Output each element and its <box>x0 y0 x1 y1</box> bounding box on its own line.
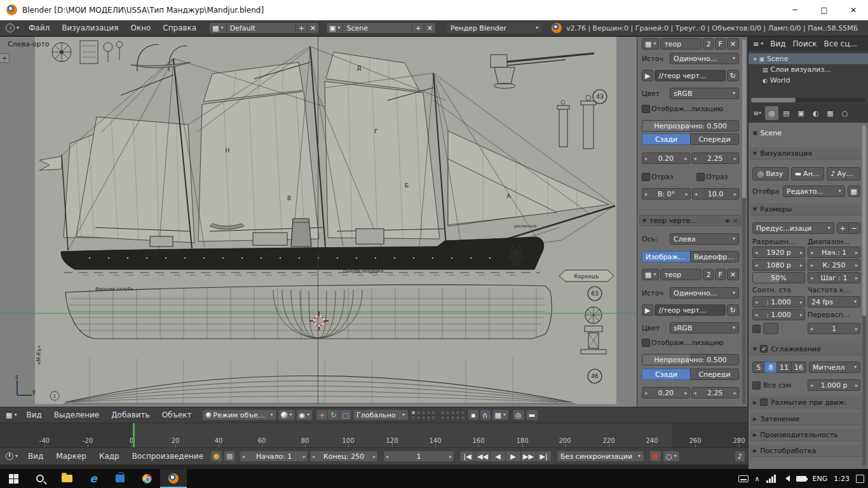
display-screen-button[interactable]: ▦ <box>848 186 860 197</box>
play-reverse-button[interactable]: ◀ <box>490 451 506 462</box>
frame-start-field[interactable]: ◂ Начало: 1 ▸ <box>240 451 308 462</box>
border-checkbox[interactable] <box>752 325 761 333</box>
image-users-button[interactable]: 2 <box>703 38 714 50</box>
action-center-icon[interactable] <box>856 475 864 483</box>
properties-tab-constraints[interactable]: ○ <box>838 106 851 120</box>
aspect-y-field[interactable]: ◂: 1.000▸ <box>752 309 805 320</box>
scene-name-field[interactable]: Scene <box>342 22 412 34</box>
border-extra-button[interactable] <box>763 323 778 334</box>
aspect-x-field[interactable]: ◂: 1.000▸ <box>752 296 805 308</box>
toolshelf-open-tab[interactable]: + <box>0 53 10 63</box>
premultiply-checkbox[interactable] <box>642 339 650 347</box>
properties-tab-object[interactable]: ▦ <box>824 106 837 120</box>
taskbar-edge[interactable]: e <box>80 469 107 488</box>
maximize-button[interactable]: □ <box>810 0 839 20</box>
colorspace-dropdown[interactable]: sRGB ▾ <box>670 88 739 99</box>
timeline-menu-frame[interactable]: Кадр <box>93 452 125 461</box>
panel-header-post-processing[interactable]: ▶Постобработка <box>750 445 862 457</box>
manipulator-scale-toggle[interactable]: □ <box>339 409 352 421</box>
image-filepath-field[interactable]: //теор черт... <box>654 304 725 316</box>
pivot-center-dropdown[interactable]: ◉ ▾ <box>296 409 313 421</box>
unlink-image-button[interactable]: ✕ <box>727 38 739 50</box>
jump-next-keyframe-button[interactable]: ▶▶ <box>520 451 536 462</box>
aa-samples-8[interactable]: 8 <box>764 362 777 373</box>
properties-editor-button[interactable]: ≡▾ <box>750 106 764 120</box>
render-preset-dropdown[interactable]: Предус...изаци ▾ <box>752 222 834 234</box>
aa-samples-5[interactable]: 5 <box>752 362 765 373</box>
screen-layout-browse-button[interactable]: ▦ ▾ <box>209 22 226 34</box>
preset-add-button[interactable]: + <box>837 222 849 234</box>
taskbar-store[interactable] <box>107 469 133 488</box>
npanel-scrollbar[interactable] <box>742 39 746 404</box>
scene-add-button[interactable]: + <box>412 22 424 34</box>
jump-to-start-button[interactable]: |◀ <box>459 451 475 462</box>
image-name-field[interactable]: теор <box>660 38 702 50</box>
panel-header-dimensions[interactable]: ▼Размеры <box>750 203 862 215</box>
outliner-menu-search[interactable]: Поиск <box>790 39 820 48</box>
taskbar-search-button[interactable] <box>27 469 53 488</box>
open-file-icon-button[interactable]: ▶ <box>642 304 653 316</box>
frame-start-field[interactable]: ◂Нач.: 1▸ <box>808 247 860 258</box>
offset-x-field[interactable]: ◂2.25▸ <box>691 387 740 398</box>
keying-set-dropdown[interactable]: ○ ▾ <box>663 451 680 462</box>
mode-dropdown[interactable]: Режим объекта ▾ <box>202 409 277 421</box>
screen-layout-delete-button[interactable]: ✕ <box>307 22 319 34</box>
aa-samples-11[interactable]: 11 <box>776 362 792 373</box>
properties-tab-render-layers[interactable]: ▤ <box>780 106 793 120</box>
timeline-editor-button[interactable]: ▾ <box>3 451 21 462</box>
outliner-menu-view[interactable]: Вид <box>767 39 789 48</box>
background-image-subpanel-header[interactable]: ▼ теор черте... ◉ ✕ <box>639 215 742 226</box>
image-name-field[interactable]: теор <box>660 269 702 280</box>
manipulator-translate-toggle[interactable]: + <box>316 409 328 421</box>
viewport-menu-select[interactable]: Выделение <box>48 410 105 419</box>
antialiasing-checkbox[interactable]: ✓ <box>760 345 768 353</box>
remove-background-button[interactable]: ✕ <box>733 217 738 224</box>
auto-keyframe-record-button[interactable] <box>649 451 661 462</box>
snap-element-dropdown[interactable]: ▦ ▾ <box>492 409 509 421</box>
size-field[interactable]: ◂0.20▸ <box>642 387 690 398</box>
panel-header-shading[interactable]: ▶Затенение <box>750 413 862 425</box>
taskbar-file-explorer[interactable] <box>53 469 80 488</box>
resolution-y-field[interactable]: ◂1080 p▸ <box>752 259 805 271</box>
preview-range-toggle[interactable] <box>210 451 222 462</box>
render-animation-button[interactable]: ▬Аним <box>791 167 825 180</box>
panel-header-render[interactable]: ▼Визуализация <box>750 147 862 159</box>
menu-window[interactable]: Окно <box>125 24 156 32</box>
image-browse-button[interactable]: ▦ ▾ <box>642 269 659 280</box>
opacity-slider[interactable]: Непрозрачно: 0.500 <box>642 120 739 132</box>
screen-layout-name-field[interactable]: Default <box>226 22 296 34</box>
fake-user-button[interactable]: F <box>715 269 725 280</box>
rotation-field[interactable]: ◂В: 0°▸ <box>642 188 691 200</box>
network-icon[interactable] <box>766 475 776 483</box>
start-button[interactable] <box>0 469 27 488</box>
properties-tab-world[interactable]: ◐ <box>809 106 822 120</box>
audio-scrub-button[interactable]: ♪ <box>735 451 745 462</box>
properties-tab-scene[interactable]: ▣ <box>794 106 808 120</box>
tab-movie[interactable]: Видеофра... <box>690 251 739 262</box>
snap-toggle[interactable]: ∩ <box>480 409 491 421</box>
filter-size-field[interactable]: ◂1.000 p▸ <box>808 379 860 391</box>
resolution-percent-slider[interactable]: 50% <box>752 272 805 283</box>
manipulator-rotate-toggle[interactable]: ↻ <box>327 409 339 421</box>
axis-dropdown[interactable]: Слева ▾ <box>670 233 739 245</box>
unlink-image-button[interactable]: ✕ <box>727 269 739 280</box>
timeline-menu-marker[interactable]: Маркер <box>50 452 92 461</box>
viewport-menu-object[interactable]: Объект <box>156 410 198 419</box>
info-editor-button[interactable]: i ▾ <box>3 22 22 34</box>
draw-front-toggle[interactable]: Спереди <box>690 133 739 145</box>
frame-end-field[interactable]: ◂К: 250▸ <box>808 259 860 271</box>
render-audio-button[interactable]: ♪Аудио <box>827 167 860 180</box>
panel-header-performance[interactable]: ▶Производительность <box>750 429 862 441</box>
flip-y-checkbox[interactable] <box>696 173 705 181</box>
draw-front-toggle[interactable]: Спереди <box>690 369 739 380</box>
image-source-dropdown[interactable]: Одиночно... ▾ <box>670 287 739 299</box>
image-users-button[interactable]: 2 <box>703 269 714 280</box>
reload-image-button[interactable]: ↻ <box>727 70 739 81</box>
aa-samples-16[interactable]: 16 <box>791 362 806 373</box>
panel-header-antialiasing[interactable]: ▼ ✓ Сглаживание <box>750 343 862 355</box>
menu-file[interactable]: Файл <box>23 24 55 32</box>
menu-render[interactable]: Визуализация <box>56 24 124 32</box>
minimize-button[interactable]: ─ <box>780 0 810 20</box>
viewport-menu-view[interactable]: Вид <box>20 410 47 419</box>
frame-rate-dropdown[interactable]: 24 fps▾ <box>808 296 860 308</box>
